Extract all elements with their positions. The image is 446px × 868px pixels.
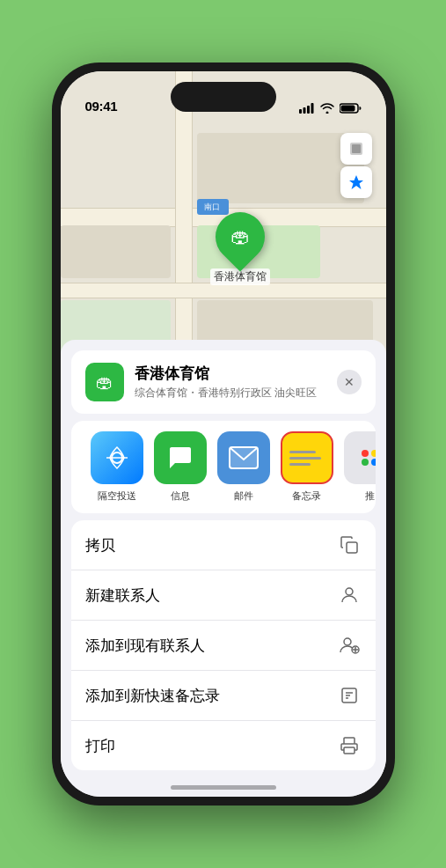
svg-rect-7 <box>352 144 361 153</box>
venue-card: 🏟 香港体育馆 综合体育馆・香港特别行政区 油尖旺区 ✕ <box>71 350 376 414</box>
share-item-airdrop[interactable]: 隔空投送 <box>85 431 149 503</box>
messages-icon <box>154 431 207 484</box>
dot-red <box>362 450 369 457</box>
notes-line-1 <box>289 451 316 453</box>
bottom-sheet: 🏟 香港体育馆 综合体育馆・香港特别行政区 油尖旺区 ✕ <box>61 340 386 797</box>
venue-logo: 🏟 <box>85 363 124 401</box>
svg-rect-22 <box>344 747 355 754</box>
pin-venue-icon: 🏟 <box>230 225 250 248</box>
notes-icon <box>281 431 333 484</box>
add-existing-label: 添加到现有联系人 <box>85 636 205 656</box>
notes-line-3 <box>289 463 311 466</box>
share-item-messages[interactable]: 信息 <box>149 431 212 503</box>
print-label: 打印 <box>85 736 115 756</box>
person-icon <box>337 583 362 607</box>
action-copy[interactable]: 拷贝 <box>71 520 376 570</box>
signal-icon <box>299 103 315 114</box>
map-controls <box>340 133 372 198</box>
dot-yellow <box>371 450 376 457</box>
share-item-notes[interactable]: 备忘录 <box>275 431 339 503</box>
phone-screen: 09:41 <box>61 71 386 797</box>
venue-info: 🏟 香港体育馆 综合体育馆・香港特别行政区 油尖旺区 <box>85 363 317 401</box>
svg-point-12 <box>346 588 353 595</box>
notes-label: 备忘录 <box>292 489 321 503</box>
action-add-notes[interactable]: 添加到新快速备忘录 <box>71 671 376 721</box>
svg-rect-1 <box>303 107 305 114</box>
more-dots-row1 <box>362 450 376 457</box>
wifi-icon <box>320 103 334 114</box>
svg-rect-11 <box>347 542 357 553</box>
messages-label: 信息 <box>171 489 190 503</box>
svg-rect-21 <box>344 738 355 744</box>
action-add-existing[interactable]: 添加到现有联系人 <box>71 621 376 671</box>
note-add-icon <box>337 683 362 708</box>
venue-subtitle: 综合体育馆・香港特别行政区 油尖旺区 <box>135 386 317 401</box>
copy-icon <box>337 533 362 557</box>
location-pin: 🏟 香港体育馆 <box>210 212 270 285</box>
map-layers-button[interactable] <box>340 133 372 165</box>
svg-rect-2 <box>307 106 310 114</box>
share-item-mail[interactable]: 邮件 <box>212 431 275 503</box>
share-item-more[interactable]: 推 <box>339 431 376 503</box>
add-notes-label: 添加到新快速备忘录 <box>85 686 220 706</box>
notes-line-2 <box>289 457 321 460</box>
more-label: 推 <box>365 489 375 503</box>
action-list: 拷贝 新建联系人 <box>71 520 376 770</box>
phone-frame: 09:41 <box>52 63 395 805</box>
more-dots-row2 <box>362 459 376 466</box>
svg-rect-0 <box>299 109 302 114</box>
home-indicator <box>171 785 276 790</box>
svg-point-13 <box>344 638 351 645</box>
venue-close-button[interactable]: ✕ <box>337 370 362 394</box>
venue-name: 香港体育馆 <box>135 364 317 384</box>
venue-text: 香港体育馆 综合体育馆・香港特别行政区 油尖旺区 <box>135 364 317 401</box>
share-row: 隔空投送 信息 <box>71 421 376 513</box>
new-contact-label: 新建联系人 <box>85 585 160 606</box>
dot-blue <box>371 459 376 466</box>
person-add-icon <box>337 633 362 658</box>
battery-icon <box>340 103 362 114</box>
airdrop-icon <box>91 431 143 484</box>
dynamic-island <box>171 82 276 112</box>
copy-label: 拷贝 <box>85 535 115 555</box>
dot-green <box>362 459 369 466</box>
svg-rect-3 <box>311 103 313 114</box>
action-new-contact[interactable]: 新建联系人 <box>71 570 376 621</box>
more-icon <box>344 431 376 484</box>
status-icons <box>299 103 362 114</box>
mail-label: 邮件 <box>234 489 253 503</box>
pin-icon-shape: 🏟 <box>205 202 274 271</box>
map-location-button[interactable] <box>340 166 372 198</box>
mail-icon <box>217 431 270 484</box>
status-time: 09:41 <box>85 99 118 114</box>
svg-rect-5 <box>340 106 355 112</box>
action-print[interactable]: 打印 <box>71 721 376 770</box>
notes-lines <box>282 444 332 473</box>
print-icon <box>337 733 362 758</box>
airdrop-label: 隔空投送 <box>98 489 136 503</box>
close-icon: ✕ <box>344 375 355 389</box>
